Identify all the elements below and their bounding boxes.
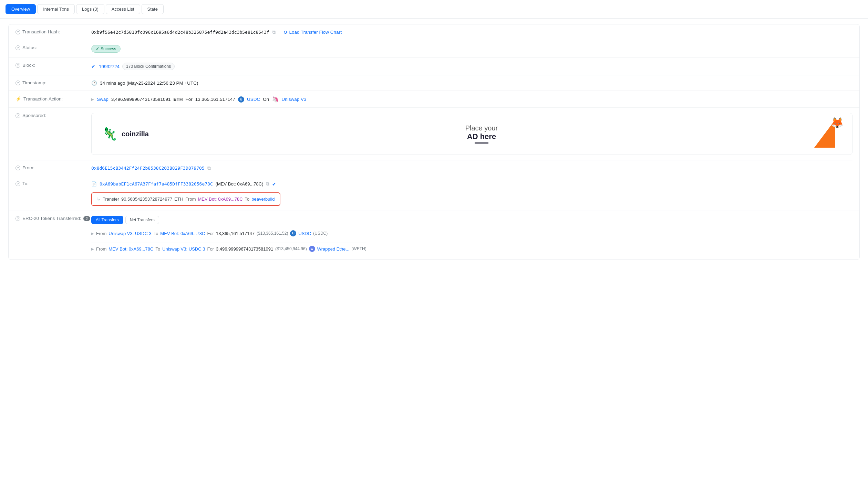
erc20-label: ? ERC-20 Tokens Transferred: 2 <box>16 216 91 221</box>
transfer2-from-link[interactable]: MEV Bot: 0xA69...78C <box>108 246 153 252</box>
transfer-tabs: All Transfers Net Transfers <box>91 216 159 224</box>
ad-graphic: 🦊 <box>814 120 842 148</box>
transaction-card: ? Transaction Hash: 0xb9f56e42c7d5810fc0… <box>8 24 860 260</box>
hash-label: ? Transaction Hash: <box>16 29 91 34</box>
status-value: Success <box>91 45 852 53</box>
coinzilla-logo-emoji: 🦎 <box>102 127 117 141</box>
from-help-icon: ? <box>16 166 20 170</box>
from-value: 0x8d6E15cB3442Ff24F2b8538C203B829F3D8797… <box>91 165 852 171</box>
timestamp-row: ? Timestamp: 🕐 34 mins ago (May-23-2024 … <box>9 75 859 91</box>
action-swap-link[interactable]: Swap <box>97 97 108 102</box>
transfer1-token-link[interactable]: USDC <box>298 231 311 236</box>
block-check-icon: ✔ <box>91 64 95 69</box>
erc20-help-icon: ? <box>16 216 20 221</box>
tab-access-list[interactable]: Access List <box>106 4 140 14</box>
ad-place-text: Place your <box>465 124 498 132</box>
transfer1-usdc-icon: U <box>290 230 296 236</box>
ad-underline <box>465 142 498 144</box>
action-dex-link[interactable]: Uniswap V3 <box>281 97 306 102</box>
transfer-arrow: ↳ <box>97 197 101 202</box>
sponsored-help-icon: ? <box>16 113 20 118</box>
block-help-icon: ? <box>16 63 20 68</box>
to-verified-icon: ✔ <box>272 181 276 187</box>
hash-value-container: 0xb9f56e42c7d5810fc096c1695a6d4d2c48b325… <box>91 29 852 35</box>
hash-value: 0xb9f56e42c7d5810fc096c1695a6d4d2c48b325… <box>91 30 269 35</box>
block-number-link[interactable]: 19932724 <box>99 64 120 69</box>
ad-center: Place your AD here <box>465 124 498 144</box>
transfer2-weth-icon: W <box>309 246 315 252</box>
main-content: ? Transaction Hash: 0xb9f56e42c7d5810fc0… <box>0 24 868 260</box>
action-lightning-icon: ⚡ <box>16 96 21 102</box>
status-label: ? Status: <box>16 45 91 50</box>
ad-left: 🦎 coinzilla <box>102 127 149 141</box>
sponsored-value: 🦎 coinzilla Place your AD here <box>91 113 852 155</box>
all-transfers-btn[interactable]: All Transfers <box>91 216 123 224</box>
transfer-from-address[interactable]: MEV Bot: 0xA69...78C <box>198 197 242 202</box>
to-row: ? To: 📄 0xA69babEF1cA67A37Ffaf7a485DfFF3… <box>9 176 859 211</box>
erc20-transfer-2: ▶ From MEV Bot: 0xA69...78C To Uniswap V… <box>91 243 366 255</box>
hash-help-icon: ? <box>16 30 20 34</box>
status-badge: Success <box>91 45 121 53</box>
from-label: ? From: <box>16 165 91 170</box>
net-transfers-btn[interactable]: Net Transfers <box>125 216 159 224</box>
sponsored-row: ? Sponsored: 🦎 coinzilla Place your <box>9 108 859 160</box>
to-address-link[interactable]: 0xA69babEF1cA67A37Ffaf7a485DfFF3382056e7… <box>100 181 213 187</box>
sponsored-label: ? Sponsored: <box>16 113 91 118</box>
timestamp-help-icon: ? <box>16 81 20 85</box>
status-help-icon: ? <box>16 45 20 50</box>
from-copy-icon[interactable]: ⧉ <box>207 165 211 171</box>
erc20-transfer-1: ▶ From Uniswap V3: USDC 3 To MEV Bot: 0x… <box>91 227 328 239</box>
action-label: ⚡ Transaction Action: <box>16 96 91 102</box>
action-triangle-icon: ▶ <box>91 97 94 101</box>
erc20-row: ? ERC-20 Tokens Transferred: 2 All Trans… <box>9 211 859 259</box>
block-label: ? Block: <box>16 63 91 68</box>
erc20-value: All Transfers Net Transfers ▶ From Unisw… <box>91 216 852 255</box>
action-usdc-link[interactable]: USDC <box>247 97 260 102</box>
coinzilla-brand: coinzilla <box>122 130 149 138</box>
timestamp-value: 🕐 34 mins ago (May-23-2024 12:56:23 PM +… <box>91 80 852 86</box>
hash-copy-icon[interactable]: ⧉ <box>272 29 276 35</box>
erc20-count-badge: 2 <box>83 216 90 221</box>
transfer-box: ↳ Transfer 90.568542353728724977 ETH Fro… <box>91 192 280 206</box>
block-row: ? Block: ✔ 19932724 170 Block Confirmati… <box>9 58 859 75</box>
load-transfer-link[interactable]: ⟳ Load Transfer Flow Chart <box>284 30 342 35</box>
to-copy-icon[interactable]: ⧉ <box>266 181 269 187</box>
tab-bar: Overview Internal Txns Logs (3) Access L… <box>0 0 868 19</box>
status-row: ? Status: Success <box>9 40 859 58</box>
transfer-to-address[interactable]: beaverbuild <box>251 197 275 202</box>
tab-overview[interactable]: Overview <box>6 4 36 14</box>
ad-banner[interactable]: 🦎 coinzilla Place your AD here <box>91 113 852 155</box>
uniswap-icon: 🦄 <box>272 96 279 103</box>
flow-chart-icon: ⟳ <box>284 30 288 35</box>
to-help-icon: ? <box>16 181 20 186</box>
tab-logs[interactable]: Logs (3) <box>76 4 104 14</box>
transfer2-token-link[interactable]: Wrapped Ethe... <box>317 246 350 252</box>
transfer1-to-link[interactable]: MEV Bot: 0xA69...78C <box>160 231 205 236</box>
tab-internal-txns[interactable]: Internal Txns <box>37 4 75 14</box>
ad-right: 🦊 <box>814 120 842 148</box>
from-row: ? From: 0x8d6E15cB3442Ff24F2b8538C203B82… <box>9 160 859 176</box>
tab-state[interactable]: State <box>142 4 164 14</box>
ad-ad-text: AD here <box>465 132 498 141</box>
transfer1-arrow: ▶ <box>91 232 94 235</box>
to-label: ? To: <box>16 181 91 186</box>
hash-row: ? Transaction Hash: 0xb9f56e42c7d5810fc0… <box>9 24 859 40</box>
block-confirmations-badge: 170 Block Confirmations <box>122 63 175 70</box>
from-address-link[interactable]: 0x8d6E15cB3442Ff24F2b8538C203B829F3D8797… <box>91 166 205 171</box>
contract-icon: 📄 <box>91 181 97 187</box>
transfer2-arrow: ▶ <box>91 247 94 251</box>
action-row: ⚡ Transaction Action: ▶ Swap 3,496.99999… <box>9 91 859 108</box>
transfer1-from-link[interactable]: Uniswap V3: USDC 3 <box>108 231 151 236</box>
timestamp-label: ? Timestamp: <box>16 80 91 85</box>
block-value: ✔ 19932724 170 Block Confirmations <box>91 63 852 70</box>
to-value: 📄 0xA69babEF1cA67A37Ffaf7a485DfFF3382056… <box>91 181 852 206</box>
usdc-token-icon: U <box>238 96 244 103</box>
clock-icon: 🕐 <box>91 80 97 86</box>
transfer2-to-link[interactable]: Uniswap V3: USDC 3 <box>162 246 205 252</box>
fox-emoji: 🦊 <box>831 117 844 129</box>
to-address-row: 📄 0xA69babEF1cA67A37Ffaf7a485DfFF3382056… <box>91 181 276 187</box>
action-value: ▶ Swap 3,496.999996743173581091 ETH For … <box>91 96 852 103</box>
